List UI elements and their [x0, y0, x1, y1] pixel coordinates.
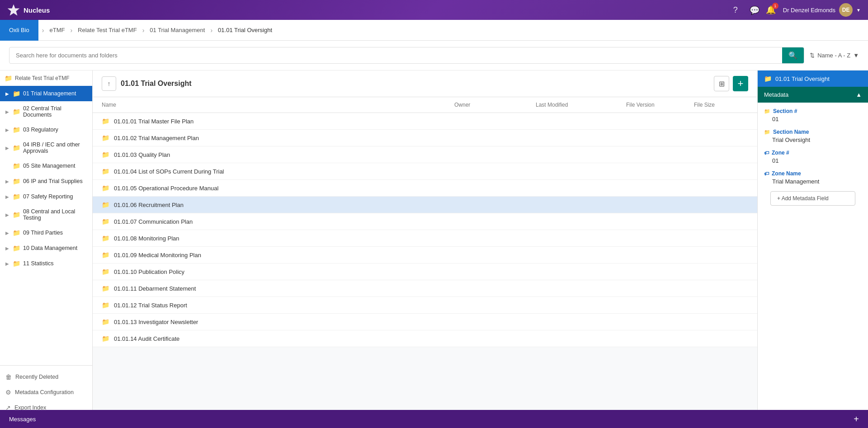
row-name: 📁 01.01.06 Recruitment Plan	[102, 201, 454, 208]
sidebar-item-08[interactable]: ▶ 📁 08 Central and Local Testing	[0, 204, 92, 225]
sidebar-item-03[interactable]: ▶ 📁 03 Regulatory	[0, 122, 92, 137]
table-row[interactable]: 📁 01.01.13 Investigator Newsletter	[93, 314, 757, 330]
table-row[interactable]: 📁 01.01.14 Audit Certificate	[93, 330, 757, 347]
sidebar-item-09[interactable]: ▶ 📁 09 Third Parties	[0, 225, 92, 240]
search-input[interactable]	[9, 48, 782, 62]
sidebar-folder-root[interactable]: 📁 Relate Test Trial eTMF	[0, 71, 92, 86]
section-num-icon: 📁	[764, 108, 770, 114]
breadcrumb-tab-oxlibio[interactable]: Oxli Bio	[0, 20, 38, 41]
section-name-label: Section Name	[773, 129, 809, 135]
sidebar-item-04[interactable]: ▶ 📁 04 IRB / IEC and other Approvals	[0, 137, 92, 158]
sidebar-label-01: 01 Trial Management	[23, 90, 76, 97]
row-folder-icon: 📁	[102, 168, 109, 175]
sidebar-label-06: 06 IP and Trial Supplies	[23, 178, 83, 184]
chevron-icon-01: ▶	[5, 91, 9, 96]
sidebar-item-06[interactable]: ▶ 📁 06 IP and Trial Supplies	[0, 174, 92, 189]
row-folder-icon: 📁	[102, 235, 109, 242]
metadata-config-label: Metadata Configuration	[15, 389, 74, 395]
section-num-value: 01	[764, 116, 862, 122]
table-row[interactable]: 📁 01.01.11 Debarment Statement	[93, 280, 757, 297]
chevron-icon-02: ▶	[5, 109, 9, 114]
row-name: 📁 01.01.02 Trial Management Plan	[102, 134, 454, 141]
row-folder-icon: 📁	[102, 118, 109, 125]
chevron-up-icon: ▲	[856, 91, 862, 98]
section-name-value: Trial Oversight	[764, 136, 862, 143]
sidebar-item-11[interactable]: ▶ 📁 11 Statistics	[0, 256, 92, 271]
breadcrumb-chevron-4: ›	[207, 27, 216, 34]
breadcrumb-etmf[interactable]: eTMF	[47, 27, 66, 33]
app-logo[interactable]: Nucleus	[7, 4, 50, 16]
gear-icon: ⚙	[5, 389, 11, 396]
avatar: DE	[839, 3, 853, 17]
sidebar-item-07[interactable]: ▶ 📁 07 Safety Reporting	[0, 189, 92, 204]
folder-icon-03: 📁	[13, 126, 20, 133]
table-row[interactable]: 📁 01.01.08 Monitoring Plan	[93, 230, 757, 247]
table-row[interactable]: 📁 01.01.12 Trial Status Report	[93, 297, 757, 314]
panel-folder-header: 📁 01.01 Trial Oversight	[758, 71, 868, 87]
table-row[interactable]: 📁 01.01.01 Trial Master File Plan	[93, 113, 757, 130]
chevron-icon-09: ▶	[5, 230, 9, 235]
panel-folder-name: 01.01 Trial Oversight	[775, 75, 830, 82]
row-folder-icon: 📁	[102, 335, 109, 342]
row-name: 📁 01.01.12 Trial Status Report	[102, 301, 454, 309]
table-row[interactable]: 📁 01.01.04 List of SOPs Current During T…	[93, 163, 757, 180]
sidebar-item-02[interactable]: ▶ 📁 02 Central Trial Documents	[0, 101, 92, 122]
user-name: Dr Denzel Edmonds	[783, 7, 835, 14]
sidebar-item-05[interactable]: 📁 05 Site Management	[0, 158, 92, 174]
breadcrumb-relate[interactable]: Relate Test Trial eTMF	[76, 27, 139, 33]
table-row[interactable]: 📁 01.01.09 Medical Monitoring Plan	[93, 247, 757, 263]
sort-label: Name - A - Z	[817, 52, 850, 59]
chat-icon[interactable]: 💬	[750, 5, 759, 14]
metadata-body: 📁 Section # 01 📁 Section Name Trial Over…	[758, 103, 868, 215]
row-name: 📁 01.01.10 Publication Policy	[102, 268, 454, 275]
chevron-icon-07: ▶	[5, 194, 9, 199]
zone-name-value: Trial Management	[764, 178, 862, 185]
add-metadata-button[interactable]: + Add Metadata Field	[770, 191, 855, 206]
sidebar-item-01[interactable]: ▶ 📁 01 Trial Management	[0, 86, 92, 101]
breadcrumb-trial-mgmt[interactable]: 01 Trial Management	[148, 27, 207, 33]
messages-label: Messages	[9, 416, 36, 423]
section-num-label: Section #	[773, 108, 797, 114]
sidebar: 📁 Relate Test Trial eTMF ▶ 📁 01 Trial Ma…	[0, 71, 93, 428]
metadata-header[interactable]: Metadata ▲	[758, 87, 868, 103]
user-profile[interactable]: Dr Denzel Edmonds DE ▼	[783, 3, 861, 17]
notification-bell[interactable]: 🔔 1	[766, 5, 776, 15]
row-name: 📁 01.01.08 Monitoring Plan	[102, 235, 454, 242]
row-name: 📁 01.01.01 Trial Master File Plan	[102, 118, 454, 125]
table-row[interactable]: 📁 01.01.06 Recruitment Plan	[93, 197, 757, 213]
grid-view-button[interactable]: ⊞	[714, 76, 729, 91]
row-name: 📁 01.01.04 List of SOPs Current During T…	[102, 168, 454, 175]
col-name: Name	[102, 102, 454, 108]
back-button[interactable]: ↑	[102, 76, 116, 91]
row-name: 📁 01.01.03 Quality Plan	[102, 151, 454, 158]
sidebar-recently-deleted[interactable]: 🗑 Recently Deleted	[0, 369, 92, 385]
row-folder-icon: 📁	[102, 318, 109, 325]
table-row[interactable]: 📁 01.01.10 Publication Policy	[93, 263, 757, 280]
sort-button[interactable]: ⇅ Name - A - Z ▼	[810, 52, 859, 59]
folder-icon-01: 📁	[13, 90, 20, 97]
table-header: Name Owner Last Modified File Version Fi…	[93, 97, 757, 113]
table-row[interactable]: 📁 01.01.02 Trial Management Plan	[93, 130, 757, 146]
sidebar-metadata-config[interactable]: ⚙ Metadata Configuration	[0, 385, 92, 400]
notification-count: 1	[772, 3, 778, 9]
folder-icon-11: 📁	[13, 260, 20, 267]
breadcrumb-chevron-2: ›	[66, 27, 76, 34]
app-name: Nucleus	[24, 6, 50, 14]
row-name: 📁 01.01.14 Audit Certificate	[102, 335, 454, 342]
search-button[interactable]: 🔍	[782, 47, 804, 63]
table-row[interactable]: 📁 01.01.05 Operational Procedure Manual	[93, 180, 757, 197]
zone-num-label: Zone #	[772, 150, 789, 156]
row-folder-icon: 📁	[102, 201, 109, 208]
help-icon[interactable]: ?	[733, 5, 742, 14]
row-folder-icon: 📁	[102, 268, 109, 275]
table-row[interactable]: 📁 01.01.03 Quality Plan	[93, 146, 757, 163]
sidebar-item-10[interactable]: ▶ 📁 10 Data Management	[0, 240, 92, 256]
metadata-label: Metadata	[764, 91, 788, 98]
table-row[interactable]: 📁 01.01.07 Communication Plan	[93, 213, 757, 230]
add-button[interactable]: +	[733, 76, 748, 91]
nav-left: Nucleus	[7, 4, 50, 16]
chevron-icon-08: ▶	[5, 212, 9, 217]
breadcrumb-trial-oversight[interactable]: 01.01 Trial Oversight	[216, 27, 274, 33]
messages-add-button[interactable]: +	[854, 414, 859, 424]
table-body: 📁 01.01.01 Trial Master File Plan 📁 01.0…	[93, 113, 757, 347]
